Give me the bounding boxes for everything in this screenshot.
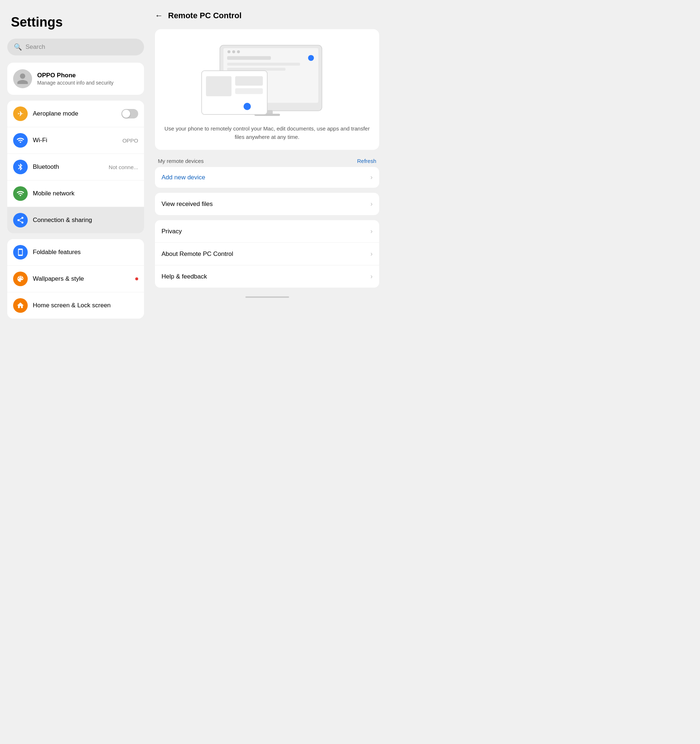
foldable-label: Foldable features [33, 248, 138, 256]
view-received-chevron: › [371, 200, 372, 208]
mobile-network-icon [13, 186, 28, 201]
settings-title: Settings [7, 15, 144, 30]
devices-header: My remote devices Refresh [155, 155, 379, 167]
wifi-label: Wi-Fi [33, 137, 118, 144]
right-panel: ← Remote PC Control [151, 0, 386, 386]
panel-title: Remote PC Control [168, 11, 242, 21]
devices-label: My remote devices [158, 158, 204, 164]
account-row[interactable]: OPPO Phone Manage account info and secur… [7, 63, 144, 95]
homescreen-label: Home screen & Lock screen [33, 302, 138, 309]
sidebar-item-connection-sharing[interactable]: Connection & sharing [7, 207, 144, 233]
add-device-row[interactable]: Add new device › [155, 167, 379, 188]
menu-card: View received files › [155, 193, 379, 215]
account-subtitle: Manage account info and security [37, 80, 113, 86]
notification-dot [135, 277, 138, 280]
help-row[interactable]: Help & feedback › [155, 265, 379, 288]
help-label: Help & feedback [161, 273, 207, 280]
wallpapers-label: Wallpapers & style [33, 275, 129, 283]
wifi-icon [13, 133, 28, 147]
search-placeholder: Search [25, 43, 45, 51]
aeroplane-toggle[interactable] [121, 109, 138, 119]
svg-rect-8 [227, 68, 286, 71]
account-card[interactable]: OPPO Phone Manage account info and secur… [7, 63, 144, 95]
svg-rect-7 [227, 63, 300, 65]
bluetooth-label: Bluetooth [33, 163, 104, 171]
add-device-label: Add new device [161, 174, 205, 181]
hero-description: Use your phone to remotely control your … [164, 125, 371, 141]
avatar [13, 69, 32, 88]
bluetooth-value: Not conne... [109, 164, 138, 170]
wifi-value: OPPO [122, 137, 138, 144]
account-info: OPPO Phone Manage account info and secur… [37, 72, 113, 86]
about-label: About Remote PC Control [161, 250, 233, 258]
svg-point-3 [232, 50, 235, 53]
svg-rect-6 [227, 56, 271, 60]
about-chevron: › [371, 250, 372, 258]
foldable-icon [13, 245, 28, 260]
scroll-indicator [245, 296, 289, 298]
hero-card: Use your phone to remotely control your … [155, 29, 379, 150]
sidebar-item-mobile-network[interactable]: Mobile network [7, 180, 144, 207]
svg-point-15 [244, 103, 251, 110]
svg-point-4 [237, 50, 240, 53]
add-device-chevron: › [371, 174, 372, 181]
svg-rect-13 [235, 76, 263, 86]
panel-header: ← Remote PC Control [155, 7, 379, 24]
mobile-network-label: Mobile network [33, 190, 138, 197]
back-button[interactable]: ← [155, 11, 163, 21]
connection-sharing-label: Connection & sharing [33, 217, 138, 224]
refresh-button[interactable]: Refresh [357, 158, 376, 164]
sidebar-item-foldable[interactable]: Foldable features [7, 239, 144, 265]
privacy-card: Privacy › About Remote PC Control › Help… [155, 220, 379, 288]
sidebar-item-homescreen[interactable]: Home screen & Lock screen [7, 292, 144, 318]
network-card: ✈ Aeroplane mode Wi-Fi OPPO Bluetoo [7, 101, 144, 233]
svg-rect-12 [206, 76, 231, 96]
sidebar-item-aeroplane[interactable]: ✈ Aeroplane mode [7, 101, 144, 127]
sidebar: Settings 🔍 Search OPPO Phone Manage acco… [0, 0, 151, 386]
about-row[interactable]: About Remote PC Control › [155, 243, 379, 265]
search-bar[interactable]: 🔍 Search [7, 39, 144, 55]
hero-illustration [191, 38, 344, 118]
privacy-chevron: › [371, 228, 372, 235]
connection-sharing-icon [13, 213, 28, 228]
svg-point-2 [228, 50, 231, 53]
toggle-knob [122, 110, 130, 118]
sidebar-item-bluetooth[interactable]: Bluetooth Not conne... [7, 153, 144, 180]
sidebar-item-wallpapers[interactable]: Wallpapers & style [7, 265, 144, 292]
privacy-row[interactable]: Privacy › [155, 220, 379, 243]
search-icon: 🔍 [14, 43, 22, 51]
view-received-files-row[interactable]: View received files › [155, 193, 379, 215]
homescreen-icon [13, 298, 28, 313]
svg-point-5 [308, 55, 314, 61]
bluetooth-icon [13, 160, 28, 174]
view-received-files-label: View received files [161, 201, 213, 208]
help-chevron: › [371, 273, 372, 280]
svg-rect-14 [235, 88, 263, 94]
aeroplane-label: Aeroplane mode [33, 110, 116, 118]
account-name: OPPO Phone [37, 72, 113, 79]
sidebar-item-wifi[interactable]: Wi-Fi OPPO [7, 127, 144, 153]
devices-section: My remote devices Refresh Add new device… [155, 155, 379, 188]
wallpapers-icon [13, 272, 28, 286]
aeroplane-icon: ✈ [13, 106, 28, 121]
privacy-label: Privacy [161, 228, 182, 235]
second-card: Foldable features Wallpapers & style Hom… [7, 239, 144, 318]
